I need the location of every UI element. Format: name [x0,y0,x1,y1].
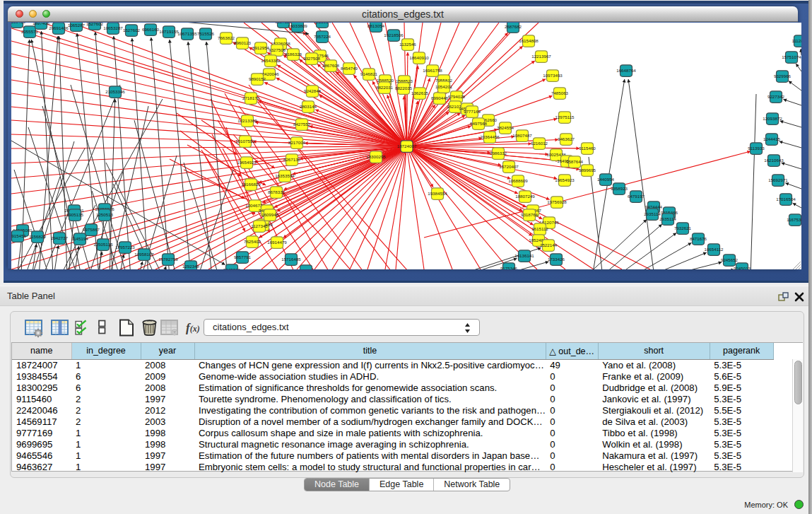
svg-text:9777169: 9777169 [464,109,481,114]
svg-text:16914479: 16914479 [267,240,287,245]
svg-text:9146821: 9146821 [360,71,378,76]
svg-text:20364456: 20364456 [480,134,500,139]
svg-text:10719155: 10719155 [159,29,179,34]
svg-text:2867608: 2867608 [322,63,340,68]
svg-text:7986332: 7986332 [490,151,507,156]
svg-text:1362615: 1362615 [411,90,429,95]
svg-text:9463627: 9463627 [558,136,575,141]
svg-text:10973493: 10973493 [543,73,563,78]
svg-text:8990448: 8990448 [431,95,449,100]
svg-text:19384554: 19384554 [428,191,447,196]
svg-text:12213967: 12213967 [531,54,551,59]
svg-text:1112831: 1112831 [792,38,801,43]
svg-text:10654112: 10654112 [704,247,724,252]
svg-text:2942737: 2942737 [51,235,69,240]
svg-text:19654923: 19654923 [555,177,575,182]
svg-text:6794028: 6794028 [448,94,466,99]
svg-text:9358923: 9358923 [611,186,628,191]
svg-text:10958107: 10958107 [134,252,154,257]
svg-text:1527602: 1527602 [86,23,104,26]
svg-text:1615112: 1615112 [531,226,548,231]
svg-text:1250513: 1250513 [96,212,114,217]
svg-text:18300295: 18300295 [366,154,386,159]
svg-text:1054201: 1054201 [435,84,453,89]
svg-text:8822031: 8822031 [376,85,394,90]
svg-text:17016504: 17016504 [776,197,796,201]
svg-text:1156829: 1156829 [29,234,46,239]
svg-text:9857791: 9857791 [234,255,252,259]
svg-text:9327506: 9327506 [269,47,286,52]
svg-text:12213369: 12213369 [237,118,257,123]
svg-text:16961758: 16961758 [423,68,442,73]
svg-text:9227342: 9227342 [767,94,785,99]
svg-text:7932621: 7932621 [674,226,692,230]
svg-text:9899695: 9899695 [579,168,596,173]
svg-text:1065287: 1065287 [68,23,86,28]
svg-text:1609948: 1609948 [261,212,279,217]
svg-text:3915451: 3915451 [11,233,27,238]
svg-text:3824554: 3824554 [497,125,514,130]
svg-text:8813054: 8813054 [367,23,385,28]
svg-text:8822035: 8822035 [395,86,413,90]
svg-text:6216012: 6216012 [531,141,548,146]
svg-text:19218506: 19218506 [384,33,404,37]
svg-text:1244415: 1244415 [763,136,781,141]
svg-text:2687682: 2687682 [505,24,522,29]
svg-text:12093872: 12093872 [763,116,782,121]
svg-text:9245652: 9245652 [721,257,739,262]
svg-text:8678332: 8678332 [268,189,286,194]
svg-text:10671355: 10671355 [177,31,197,36]
svg-text:17957223: 17957223 [115,245,135,250]
svg-text:16033809: 16033809 [288,23,307,28]
svg-text:15751074: 15751074 [782,54,801,59]
svg-text:6479197: 6479197 [628,194,645,199]
svg-text:16210643: 16210643 [764,158,784,163]
svg-text:8813054: 8813054 [314,23,331,24]
svg-text:1145194: 1145194 [71,236,88,241]
svg-text:15716485: 15716485 [281,257,301,262]
svg-text:18807249: 18807249 [515,194,535,199]
svg-text:1292348: 1292348 [182,264,200,269]
svg-text:16782759: 16782759 [158,257,178,262]
svg-text:12975115: 12975115 [555,115,575,119]
svg-text:1897406: 1897406 [33,23,50,25]
svg-text:16154808: 16154808 [519,38,539,43]
svg-text:1167534: 1167534 [787,217,801,222]
svg-text:2935114: 2935114 [659,216,676,221]
svg-text:2718170: 2718170 [242,95,260,100]
svg-text:2169416: 2169416 [11,23,26,24]
svg-text:8960123: 8960123 [234,40,252,45]
svg-text:1905135: 1905135 [66,212,84,217]
svg-text:2803144: 2803144 [300,104,317,109]
svg-text:1127345: 1127345 [251,223,268,228]
svg-text:7515526: 7515526 [197,31,215,36]
svg-text:7357224: 7357224 [314,34,331,39]
svg-text:20691406: 20691406 [49,25,69,30]
svg-text:1733426: 1733426 [548,257,565,262]
svg-text:8912954: 8912954 [252,45,270,50]
svg-text:10107552: 10107552 [235,139,255,144]
svg-text:21053346: 21053346 [105,89,125,94]
svg-text:14136141: 14136141 [514,253,534,258]
svg-text:16543382: 16543382 [261,58,281,63]
svg-text:10653287: 10653287 [103,25,123,30]
svg-text:9113933: 9113933 [748,146,765,151]
svg-text:19166829: 19166829 [241,182,261,187]
svg-text:9245013: 9245013 [223,267,241,269]
svg-text:1132546: 1132546 [399,42,416,47]
svg-text:15692971: 15692971 [768,177,788,182]
svg-text:8427552: 8427552 [293,122,311,127]
svg-text:12505135: 12505135 [93,242,113,247]
svg-text:18724007: 18724007 [397,144,417,148]
svg-text:1440954: 1440954 [597,177,615,182]
svg-text:9318764: 9318764 [521,212,539,217]
svg-text:9327508: 9327508 [303,56,321,61]
svg-text:18640910: 18640910 [409,55,429,60]
svg-text:19756928: 19756928 [547,199,567,204]
svg-text:9115460: 9115460 [579,146,596,151]
svg-text:8217004: 8217004 [288,140,306,145]
svg-text:8267130: 8267130 [283,157,301,162]
svg-text:9720146: 9720146 [298,268,315,269]
svg-text:10688609: 10688609 [508,178,528,183]
svg-text:7485063: 7485063 [551,90,569,95]
